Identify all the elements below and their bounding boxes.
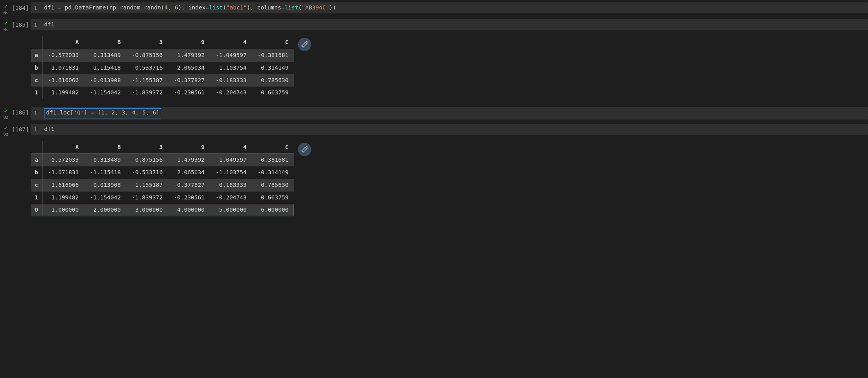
row-index: a — [31, 154, 42, 166]
check-icon: ✓ — [4, 125, 8, 131]
dataframe-output-2: AB394Ca-0.5720330.313489-0.8751561.47939… — [31, 141, 294, 217]
cell-187: ✓ 0s [187] 1 df1 AB394Ca-0.5720330.31348… — [0, 123, 868, 221]
cell-value: 0.785630 — [252, 179, 294, 192]
output-area: AB394Ca-0.5720330.313489-0.8751561.47939… — [31, 33, 868, 104]
cell-value: -0.230561 — [168, 87, 210, 99]
row-index: c — [31, 179, 42, 192]
selection-highlight: df1.loc['Q'] = [1, 2, 3, 4, 5, 6] — [44, 108, 161, 118]
cell-value: -0.230561 — [168, 192, 210, 204]
cell-value: -0.572033 — [42, 154, 84, 166]
cell-value: -1.115418 — [84, 62, 126, 74]
output-area: AB394Ca-0.5720330.313489-0.8751561.47939… — [31, 138, 868, 221]
code-content[interactable]: df1 — [44, 20, 54, 29]
code-content[interactable]: df1 — [44, 125, 54, 134]
magic-wand-button[interactable] — [298, 38, 311, 51]
line-number: 1 — [34, 109, 44, 117]
cell-value: 6.000000 — [252, 204, 294, 216]
code-content[interactable]: df1.loc['Q'] = [1, 2, 3, 4, 5, 6] — [44, 108, 161, 118]
status-col: ✓ 0s — [1, 124, 11, 137]
cell-value: -0.533716 — [126, 62, 168, 74]
cell-value: -0.533716 — [126, 166, 168, 179]
cell-value: -1.839372 — [126, 87, 168, 99]
cell-value: -0.314149 — [252, 166, 294, 179]
cell-value: 0.313489 — [84, 49, 126, 62]
cell-value: -1.155187 — [126, 179, 168, 192]
table-row: 11.199482-1.154042-1.839372-0.230561-0.2… — [31, 192, 294, 204]
exec-count: [185] — [11, 19, 31, 31]
code-row: ✓ 0s [185] 1 df1 — [0, 18, 868, 33]
dataframe-output-1: AB394Ca-0.5720330.313489-0.8751561.47939… — [31, 36, 294, 99]
column-header: 9 — [168, 141, 210, 154]
cell-value: -1.154042 — [84, 87, 126, 99]
cell-value: -1.103754 — [210, 166, 252, 179]
column-header: B — [84, 141, 126, 154]
cell-value: 2.065034 — [168, 62, 210, 74]
cell-value: -0.381681 — [252, 49, 294, 62]
table-row: 11.199482-1.154042-1.839372-0.230561-0.2… — [31, 87, 294, 99]
cell-value: -1.049597 — [210, 154, 252, 166]
cell-value: -0.183333 — [210, 179, 252, 192]
cell-value: -0.013908 — [84, 179, 126, 192]
exec-timing: 0s — [3, 10, 8, 15]
exec-timing: 0s — [3, 27, 8, 32]
cell-value: -0.204743 — [210, 192, 252, 204]
cell-value: 0.663759 — [252, 192, 294, 204]
cell-value: -0.875156 — [126, 154, 168, 166]
exec-timing: 0s — [3, 132, 8, 137]
cell-value: -1.071831 — [42, 166, 84, 179]
row-index: 1 — [31, 192, 42, 204]
cell-value: 2.000000 — [84, 204, 126, 216]
row-index: c — [31, 74, 42, 87]
cell-185: ✓ 0s [185] 1 df1 AB394Ca-0.5720330.31348… — [0, 18, 868, 104]
magic-wand-button[interactable] — [298, 143, 311, 156]
column-header: B — [84, 36, 126, 49]
check-icon: ✓ — [4, 20, 8, 26]
code-row: ✓ 0s [184] 1 df1 = pd.DataFrame(np.rando… — [0, 2, 868, 16]
cell-value: -0.381681 — [252, 154, 294, 166]
status-col: ✓ 0s — [1, 2, 11, 15]
cell-value: -0.183333 — [210, 74, 252, 87]
cell-value: -0.204743 — [210, 87, 252, 99]
cell-value: -0.572033 — [42, 49, 84, 62]
row-index: Q — [31, 204, 42, 216]
check-icon: ✓ — [4, 108, 8, 114]
line-number: 1 — [34, 4, 44, 12]
cell-value: 1.000000 — [42, 204, 84, 216]
cell-value: 0.663759 — [252, 87, 294, 99]
exec-timing: 0s — [3, 115, 8, 120]
column-header: 3 — [126, 141, 168, 154]
cell-value: -0.377827 — [168, 74, 210, 87]
cell-value: 0.313489 — [84, 154, 126, 166]
column-header: 9 — [168, 36, 210, 49]
code-row: ✓ 0s [187] 1 df1 — [0, 123, 868, 138]
column-header: 4 — [210, 141, 252, 154]
table-row: a-0.5720330.313489-0.8751561.479392-1.04… — [31, 154, 294, 166]
exec-count: [187] — [11, 124, 31, 136]
status-col: ✓ 0s — [1, 19, 11, 32]
column-header: 4 — [210, 36, 252, 49]
cell-186: ✓ 0s [186] 1 df1.loc['Q'] = [1, 2, 3, 4,… — [0, 106, 868, 121]
exec-count: [186] — [11, 107, 31, 119]
cell-value: 1.199482 — [42, 192, 84, 204]
cell-value: -1.155187 — [126, 74, 168, 87]
column-header: C — [252, 141, 294, 154]
table-row: Q1.0000002.0000003.0000004.0000005.00000… — [31, 204, 294, 216]
row-index: 1 — [31, 87, 42, 99]
code-area[interactable]: 1 df1 = pd.DataFrame(np.random.randn(4, … — [31, 2, 868, 13]
cell-value: -1.154042 — [84, 192, 126, 204]
row-index: a — [31, 49, 42, 62]
line-number: 1 — [34, 21, 44, 29]
table-row: c-1.616066-0.013908-1.155187-0.377827-0.… — [31, 179, 294, 192]
cell-value: -1.103754 — [210, 62, 252, 74]
table-row: b-1.071831-1.115418-0.5337162.065034-1.1… — [31, 62, 294, 74]
column-header: C — [252, 36, 294, 49]
code-content[interactable]: df1 = pd.DataFrame(np.random.randn(4, 6)… — [44, 4, 336, 12]
cell-value: 3.000000 — [126, 204, 168, 216]
code-area[interactable]: 1 df1.loc['Q'] = [1, 2, 3, 4, 5, 6] — [31, 107, 868, 120]
code-area[interactable]: 1 df1 — [31, 124, 868, 135]
row-index: b — [31, 166, 42, 179]
table-row: b-1.071831-1.115418-0.5337162.065034-1.1… — [31, 166, 294, 179]
code-area[interactable]: 1 df1 — [31, 19, 868, 30]
cell-value: -0.013908 — [84, 74, 126, 87]
exec-count: [184] — [11, 2, 31, 14]
